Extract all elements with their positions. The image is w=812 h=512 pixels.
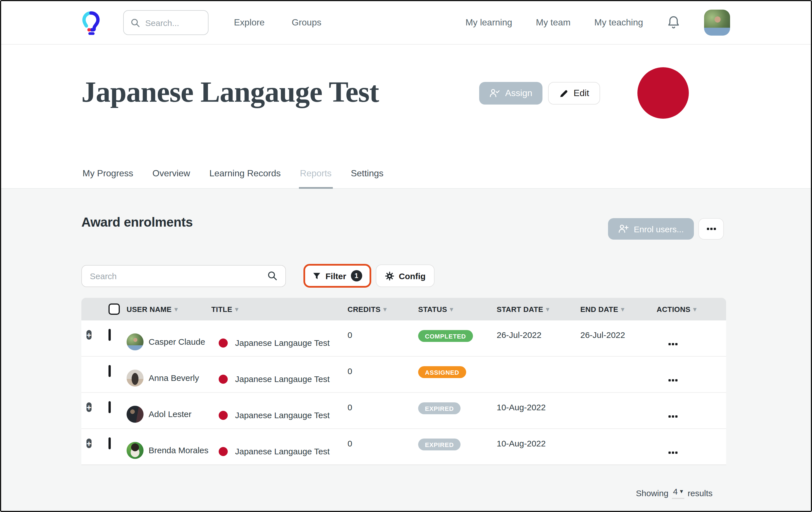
enrol-users-label: Enrol users... xyxy=(634,224,684,234)
table-search[interactable] xyxy=(81,265,286,287)
app-window: Explore Groups My learning My team My te… xyxy=(0,0,812,512)
table-row: + Casper Claude Japanese Langauge Test 0… xyxy=(81,320,726,357)
user-name: Anna Beverly xyxy=(149,373,199,382)
expand-row-button[interactable]: + xyxy=(86,402,91,412)
tab-learning-records[interactable]: Learning Records xyxy=(208,161,282,188)
nav-my-learning[interactable]: My learning xyxy=(465,18,512,28)
global-search-input[interactable] xyxy=(145,18,201,27)
status-badge: ASSIGNED xyxy=(418,366,466,378)
col-credits[interactable]: CREDITS▾ xyxy=(348,298,418,320)
person-check-icon xyxy=(489,88,500,98)
sort-caret-icon[interactable]: ▾ xyxy=(235,306,238,313)
user-nav: My learning My team My teaching xyxy=(465,9,730,36)
col-end-date[interactable]: END DATE▾ xyxy=(580,298,657,320)
start-date xyxy=(497,357,580,392)
tab-bar: My Progress Overview Learning Records Re… xyxy=(1,161,811,189)
heading-actions: Enrol users... xyxy=(608,218,724,239)
row-actions-button[interactable] xyxy=(657,357,726,392)
app-logo-lightbulb-icon[interactable] xyxy=(81,9,100,36)
row-checkbox[interactable] xyxy=(109,437,111,449)
nav-my-team[interactable]: My team xyxy=(536,18,571,28)
section-heading: Award enrolments xyxy=(81,215,193,230)
status-badge: EXPIRED xyxy=(418,402,461,414)
reports-panel: Award enrolments Enrol users... xyxy=(1,189,811,512)
filter-button[interactable]: Filter 1 xyxy=(303,264,371,288)
sort-caret-icon[interactable]: ▾ xyxy=(546,306,549,313)
start-date: 10-Aug-2022 xyxy=(497,429,580,464)
credits-value: 0 xyxy=(348,357,418,392)
user-avatar xyxy=(126,405,144,422)
sort-caret-icon[interactable]: ▾ xyxy=(621,306,624,313)
sort-caret-icon[interactable]: ▾ xyxy=(693,306,696,313)
award-thumbnail xyxy=(219,410,228,420)
col-actions[interactable]: ACTIONS▾ xyxy=(657,298,726,320)
tab-settings[interactable]: Settings xyxy=(350,161,385,188)
ellipsis-icon xyxy=(668,415,671,418)
expand-row-button[interactable]: + xyxy=(86,438,91,448)
edit-button[interactable]: Edit xyxy=(548,82,600,105)
award-title: Japanese Langauge Test xyxy=(235,374,330,384)
config-button-label: Config xyxy=(399,271,426,281)
table-header-row: USER NAME▾ TITLE▾ CREDITS▾ STATUS▾ START… xyxy=(81,298,726,320)
table-row: + Adol Lester Japanese Langauge Test 0 E… xyxy=(81,393,726,429)
chevron-down-icon: ▾ xyxy=(680,488,683,495)
sort-caret-icon[interactable]: ▾ xyxy=(175,306,178,313)
primary-nav: Explore Groups xyxy=(234,18,321,28)
end-date xyxy=(580,357,657,392)
filter-button-label: Filter xyxy=(325,271,346,281)
ellipsis-icon xyxy=(668,452,671,454)
user-avatar[interactable] xyxy=(704,9,730,36)
tab-reports[interactable]: Reports xyxy=(299,161,333,188)
row-checkbox[interactable] xyxy=(109,365,111,377)
nav-groups[interactable]: Groups xyxy=(292,18,321,28)
nav-explore[interactable]: Explore xyxy=(234,18,265,28)
row-actions-button[interactable] xyxy=(657,393,726,428)
award-thumbnail xyxy=(219,447,228,456)
user-avatar xyxy=(126,442,144,459)
sort-caret-icon[interactable]: ▾ xyxy=(383,306,386,313)
credits-value: 0 xyxy=(348,320,418,356)
award-thumbnail xyxy=(219,374,228,383)
ellipsis-icon xyxy=(668,343,671,345)
tab-overview[interactable]: Overview xyxy=(151,161,191,188)
end-date xyxy=(580,393,657,428)
more-actions-button[interactable] xyxy=(698,218,724,239)
results-count-dropdown[interactable]: 4 ▾ xyxy=(672,487,684,499)
tab-my-progress[interactable]: My Progress xyxy=(81,161,135,188)
row-actions-button[interactable] xyxy=(657,320,726,356)
row-checkbox[interactable] xyxy=(109,329,111,341)
edit-button-label: Edit xyxy=(574,88,589,98)
enrol-users-button[interactable]: Enrol users... xyxy=(608,218,694,239)
award-title: Japanese Langauge Test xyxy=(235,447,330,456)
table-search-input[interactable] xyxy=(90,271,267,281)
award-image-japan-flag xyxy=(637,67,689,119)
notifications-bell-icon[interactable] xyxy=(667,15,680,30)
award-title: Japanese Langauge Test xyxy=(235,338,330,347)
user-name: Adol Lester xyxy=(149,409,192,419)
select-all-checkbox[interactable] xyxy=(109,304,120,315)
nav-my-teaching[interactable]: My teaching xyxy=(594,18,643,28)
filter-count-badge: 1 xyxy=(351,270,362,281)
sort-caret-icon[interactable]: ▾ xyxy=(450,306,453,313)
ellipsis-icon xyxy=(706,228,709,230)
expand-row-button[interactable]: + xyxy=(86,330,91,340)
start-date: 26-Jul-2022 xyxy=(497,320,580,356)
results-label: results xyxy=(688,488,713,497)
credits-value: 0 xyxy=(348,393,418,428)
config-button[interactable]: Config xyxy=(376,264,435,287)
col-status[interactable]: STATUS▾ xyxy=(418,298,497,320)
row-actions-button[interactable] xyxy=(657,429,726,464)
user-name: Brenda Morales xyxy=(149,445,208,455)
col-user-name[interactable]: USER NAME▾ xyxy=(126,298,211,320)
col-title[interactable]: TITLE▾ xyxy=(211,298,348,320)
global-search[interactable] xyxy=(123,10,208,35)
results-summary: Showing 4 ▾ results xyxy=(636,487,713,499)
col-start-date[interactable]: START DATE▾ xyxy=(497,298,580,320)
start-date: 10-Aug-2022 xyxy=(497,393,580,428)
row-checkbox[interactable] xyxy=(109,401,111,413)
user-name: Casper Claude xyxy=(149,337,205,346)
gear-icon xyxy=(384,271,394,281)
assign-button[interactable]: Assign xyxy=(479,82,543,105)
search-icon xyxy=(130,18,140,27)
user-avatar xyxy=(126,333,144,350)
